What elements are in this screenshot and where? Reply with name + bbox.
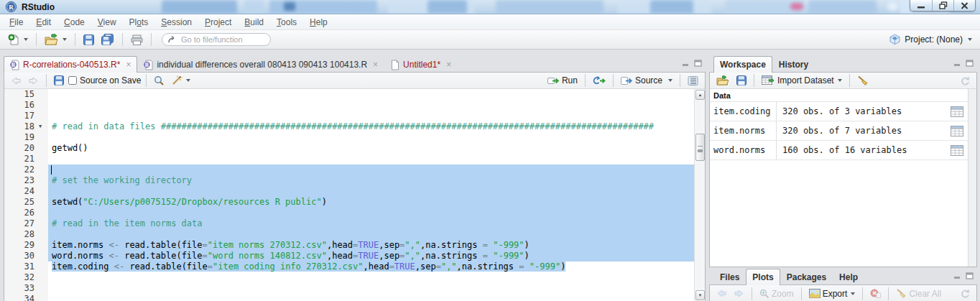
refresh-workspace-button[interactable]	[958, 75, 972, 87]
workspace-object-row[interactable]: item.coding320 obs. of 3 variables	[710, 102, 968, 121]
save-all-button[interactable]	[99, 32, 116, 47]
source-tab-individual-differences-overall-080413-090413-100413-r[interactable]: Rindividual differences overall 080413 0…	[137, 57, 384, 72]
save-workspace-button[interactable]	[734, 74, 749, 87]
code-line-34[interactable]: 34	[4, 294, 694, 301]
zoom-plot-button[interactable]: Zoom	[757, 287, 796, 300]
code-line-19[interactable]: 19	[4, 132, 694, 143]
project-menu-button[interactable]: R Project: (None)	[887, 32, 974, 47]
tab-label: History	[779, 60, 808, 70]
editor-scrollbar[interactable]: ▲ ▼	[694, 89, 705, 301]
view-data-grid-icon[interactable]	[951, 145, 963, 156]
maximize-pane-button[interactable]	[965, 272, 974, 280]
minimize-button[interactable]	[910, 0, 932, 11]
scrollbar-thumb[interactable]	[695, 134, 705, 161]
remove-plot-button[interactable]	[868, 287, 883, 300]
previous-plot-button[interactable]	[714, 287, 729, 300]
code-line-32[interactable]: 32	[4, 272, 694, 283]
code-line-26[interactable]: 26	[4, 208, 694, 218]
restore-button[interactable]	[932, 0, 953, 11]
workspace-scrollbar[interactable]	[968, 89, 976, 267]
save-source-button[interactable]	[52, 74, 66, 87]
menu-tools[interactable]: Tools	[270, 15, 303, 29]
clear-workspace-broom-button[interactable]	[855, 74, 871, 87]
close-tab-icon[interactable]: ×	[446, 60, 451, 70]
minimize-pane-button[interactable]	[953, 59, 962, 68]
scroll-up-button[interactable]: ▲	[695, 90, 705, 100]
code-line-16[interactable]: 16	[4, 100, 694, 111]
code-line-27[interactable]: 27# read in the item norms data	[4, 218, 694, 229]
document-outline-button[interactable]	[685, 75, 701, 87]
refresh-plots-button[interactable]	[958, 287, 972, 300]
close-button[interactable]	[953, 0, 975, 11]
clear-all-plots-button[interactable]: Clear All	[894, 287, 943, 300]
code-line-25[interactable]: 25setwd("C:/Users/p0075152/Dropbox/resou…	[4, 197, 694, 208]
view-data-grid-icon[interactable]	[951, 106, 963, 117]
code-line-22[interactable]: 22	[4, 165, 694, 175]
code-line-31[interactable]: 31item.coding <- read.table(file="item c…	[4, 261, 694, 272]
run-button[interactable]: Run	[545, 74, 580, 87]
open-file-button[interactable]	[42, 32, 69, 47]
tab-history[interactable]: History	[772, 57, 815, 72]
menu-code[interactable]: Code	[57, 15, 91, 29]
source-tab-untitled1[interactable]: Untitled1*×	[384, 57, 458, 72]
find-replace-button[interactable]	[152, 74, 167, 87]
maximize-pane-button[interactable]	[693, 59, 703, 68]
source-tab-r-correlations-040513-r[interactable]: RR-correlations-040513.R*×	[4, 56, 137, 73]
workspace-object-row[interactable]: word.norms160 obs. of 16 variables	[710, 141, 968, 160]
source-on-save-checkbox[interactable]	[68, 76, 77, 85]
rerun-button[interactable]	[591, 75, 608, 87]
code-text: # read in the item norms data	[48, 218, 694, 229]
goto-file-function-input[interactable]	[162, 33, 271, 46]
code-line-15[interactable]: 15	[4, 89, 694, 100]
goto-arrow-icon	[167, 35, 177, 44]
fold-arrow-icon[interactable]: ▼	[39, 121, 48, 132]
minimize-pane-button[interactable]	[953, 272, 962, 280]
menu-help[interactable]: Help	[303, 15, 334, 29]
export-plot-button[interactable]: Export	[807, 287, 858, 300]
back-button[interactable]	[9, 75, 24, 87]
scroll-down-button[interactable]: ▼	[695, 290, 705, 300]
code-line-20[interactable]: 20getwd()	[4, 143, 694, 154]
code-line-21[interactable]: 21	[4, 154, 694, 165]
menu-file[interactable]: File	[3, 15, 29, 29]
menu-build[interactable]: Build	[238, 15, 270, 29]
source-button[interactable]: Source	[619, 74, 675, 87]
code-line-28[interactable]: 28	[4, 229, 694, 240]
code-text	[48, 294, 694, 301]
load-workspace-button[interactable]	[714, 74, 732, 87]
maximize-pane-button[interactable]	[965, 59, 974, 68]
menu-project[interactable]: Project	[198, 15, 238, 29]
new-file-button[interactable]	[6, 32, 30, 47]
forward-button[interactable]	[26, 75, 41, 87]
menu-view[interactable]: View	[91, 15, 123, 29]
tab-workspace[interactable]: Workspace	[713, 56, 772, 73]
code-line-17[interactable]: 17	[4, 111, 694, 121]
save-button[interactable]	[81, 33, 96, 47]
code-line-24[interactable]: 24	[4, 186, 694, 197]
tab-label: Workspace	[720, 60, 766, 70]
code-line-33[interactable]: 33	[4, 283, 694, 294]
line-number: 31	[4, 261, 39, 272]
r-file-icon: R	[10, 60, 19, 70]
tab-help[interactable]: Help	[833, 269, 864, 284]
code-line-29[interactable]: 29item.norms <- read.table(file="item no…	[4, 240, 694, 251]
code-line-30[interactable]: 30word.norms <- read.table(file="word no…	[4, 251, 694, 261]
tab-packages[interactable]: Packages	[780, 269, 833, 284]
close-tab-icon[interactable]: ×	[373, 60, 378, 70]
next-plot-button[interactable]	[731, 287, 746, 300]
code-line-23[interactable]: 23# set the working directory	[4, 175, 694, 186]
minimize-pane-button[interactable]	[681, 59, 690, 68]
view-data-grid-icon[interactable]	[951, 126, 963, 136]
code-line-18[interactable]: 18▼# read in data files ################…	[4, 121, 694, 132]
menu-edit[interactable]: Edit	[29, 15, 57, 29]
code-tools-button[interactable]	[169, 74, 193, 87]
print-button[interactable]	[129, 33, 145, 47]
close-tab-icon[interactable]: ×	[126, 60, 131, 70]
tab-plots[interactable]: Plots	[746, 269, 780, 285]
tab-files[interactable]: Files	[713, 269, 746, 284]
menu-session[interactable]: Session	[154, 15, 198, 29]
menu-plots[interactable]: Plots	[123, 15, 155, 29]
workspace-object-row[interactable]: item.norms320 obs. of 7 variables	[710, 121, 968, 141]
code-editor[interactable]: 15161718▼# read in data files ##########…	[4, 89, 705, 301]
import-dataset-button[interactable]: Import Dataset	[759, 74, 844, 87]
